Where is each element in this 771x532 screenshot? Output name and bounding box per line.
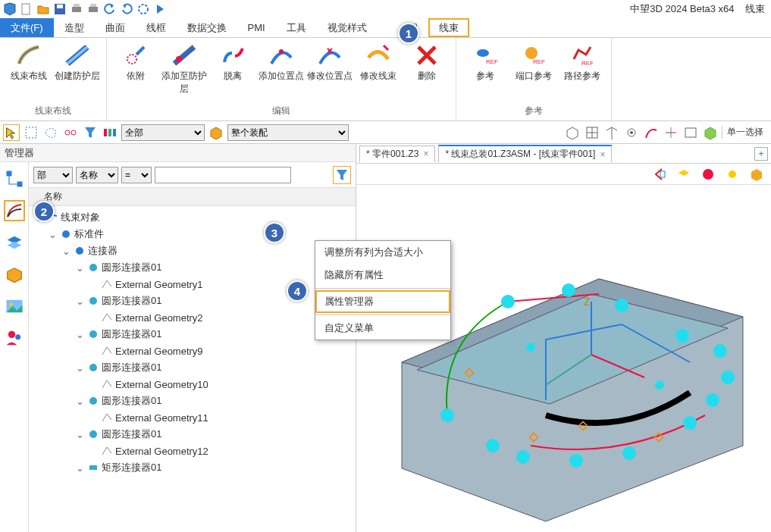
redo-icon[interactable] [120, 2, 133, 16]
menu-surface[interactable]: 曲面 [95, 18, 136, 37]
chain-icon[interactable] [62, 124, 79, 141]
btn-add-point[interactable]: 添加位置点 [257, 42, 306, 83]
curve-icon[interactable] [643, 124, 660, 141]
tree-connector[interactable]: ⌄圆形连接器01 [30, 393, 354, 409]
undo-icon[interactable] [103, 2, 117, 16]
save-icon[interactable] [53, 2, 67, 16]
menu-harness[interactable]: 线束 [428, 18, 469, 37]
tab-users-icon[interactable] [4, 327, 25, 349]
menu-tools[interactable]: 工具 [276, 18, 317, 37]
btn-attach[interactable]: 依附 [111, 42, 160, 83]
doc-tab-part[interactable]: * 零件001.Z3× [359, 146, 435, 162]
menu-wireframe[interactable]: 线框 [136, 18, 177, 37]
tree-connector[interactable]: ⌄圆形连接器01 [30, 426, 354, 443]
filter-e-icon[interactable] [82, 124, 99, 141]
back-icon[interactable] [651, 166, 668, 183]
btn-port-ref[interactable]: REF端口参考 [509, 42, 558, 83]
menu-pmi[interactable]: PMI [237, 18, 276, 37]
viewport-3d[interactable]: Z [356, 185, 771, 532]
origin-icon[interactable] [663, 124, 679, 141]
close-icon[interactable]: × [600, 149, 605, 160]
chevron-down-icon[interactable]: ⌄ [61, 246, 71, 257]
cube2-icon[interactable] [702, 124, 719, 141]
assy-select[interactable]: 整个装配 [227, 124, 349, 141]
open-icon[interactable] [36, 2, 50, 16]
tree-geometry[interactable]: External Geometry9 [30, 343, 354, 359]
new-icon[interactable] [20, 2, 33, 16]
chevron-down-icon[interactable]: ⌄ [74, 296, 85, 307]
menu-file[interactable]: 文件(F) [0, 18, 54, 37]
tree-conn-folder[interactable]: ⌄连接器 [30, 243, 354, 259]
tree-geometry[interactable]: External Geometry12 [30, 443, 354, 459]
btn-delete[interactable]: 删除 [403, 42, 451, 83]
tab-box-icon[interactable] [4, 264, 25, 285]
ctx-property-manager[interactable]: 属性管理器 [315, 290, 450, 313]
select-mode-label[interactable]: 单一选择 [722, 126, 768, 139]
gear-icon[interactable] [623, 124, 640, 141]
filter-scope[interactable]: 部 [33, 167, 73, 183]
chevron-down-icon[interactable]: ⌄ [74, 462, 85, 474]
tree-rect-connector[interactable]: ⌄矩形连接器01 [30, 459, 354, 476]
tree-geometry[interactable]: External Geometry10 [30, 376, 354, 393]
app-icon[interactable] [3, 2, 17, 16]
rect-select-icon[interactable] [23, 124, 39, 141]
tab-tree-icon[interactable] [4, 168, 25, 189]
ctx-custom-menu[interactable]: 自定义菜单 [315, 317, 450, 340]
chevron-down-icon[interactable]: ⌄ [74, 362, 85, 374]
chevron-down-icon[interactable]: ⌄ [74, 262, 85, 274]
tab-image-icon[interactable] [4, 296, 25, 317]
chevron-down-icon[interactable]: ⌄ [74, 329, 85, 340]
chevron-down-icon[interactable]: ⌄ [74, 429, 85, 440]
tree-std[interactable]: ⌄标准件 [30, 226, 354, 243]
menu-modeling[interactable]: 造型 [54, 18, 95, 37]
view-icon[interactable] [564, 124, 581, 141]
svg-rect-45 [660, 171, 665, 177]
close-icon[interactable]: × [423, 149, 428, 159]
tree-geometry[interactable]: External Geometry2 [30, 309, 354, 326]
btn-add-shield[interactable]: 添加至防护层 [160, 42, 208, 95]
tree-connector[interactable]: ⌄圆形连接器01 [30, 326, 354, 343]
filter-apply-icon[interactable] [333, 166, 351, 184]
filter-op[interactable]: = [121, 167, 152, 183]
filter-value[interactable] [155, 167, 291, 183]
btn-ref[interactable]: REF参考 [461, 42, 509, 83]
btn-create-shield[interactable]: 创建防护层 [53, 42, 102, 83]
chevron-down-icon[interactable]: ⌄ [47, 229, 58, 240]
layers-icon[interactable] [675, 166, 692, 183]
print-icon[interactable] [70, 2, 83, 16]
grid-icon[interactable] [584, 124, 600, 141]
cube-icon[interactable] [208, 124, 224, 141]
tree-connector[interactable]: ⌄圆形连接器01 [30, 259, 354, 276]
btn-path-ref[interactable]: REF路径参考 [558, 42, 606, 83]
palette-icon[interactable] [102, 124, 118, 141]
tree-geometry[interactable]: External Geometry11 [30, 409, 354, 426]
cursor-icon[interactable] [3, 124, 20, 141]
tree-root[interactable]: ⌄线束对象 [30, 209, 354, 226]
doc-tab-assy[interactable]: * 线束总装01.Z3ASM - [线束零件001]× [438, 145, 612, 162]
tree-connector[interactable]: ⌄圆形连接器01 [30, 359, 354, 376]
light-icon[interactable] [724, 166, 741, 183]
ctx-hide-props[interactable]: 隐藏所有属性 [315, 264, 450, 286]
new-tab-icon[interactable]: + [754, 147, 768, 161]
btn-detach[interactable]: 脱离 [208, 42, 257, 83]
ctx-resize-cols[interactable]: 调整所有列为合适大小 [315, 241, 450, 264]
window-icon[interactable] [682, 124, 699, 141]
menu-visual[interactable]: 视觉样式 [317, 18, 378, 37]
regen-icon[interactable] [136, 2, 150, 16]
btn-mod-harness[interactable]: 修改线束 [354, 42, 403, 83]
iso-icon[interactable] [603, 124, 620, 141]
chevron-down-icon[interactable]: ⌄ [74, 396, 85, 407]
print2-icon[interactable] [86, 2, 100, 16]
btn-harness-route[interactable]: 线束布线 [5, 42, 53, 83]
filter-field[interactable]: 名称 [76, 167, 118, 183]
scope-select[interactable]: 全部 [121, 124, 205, 141]
tab-layers-icon[interactable] [4, 232, 25, 253]
lasso-icon[interactable] [42, 124, 59, 141]
btn-mod-point[interactable]: 修改位置点 [306, 42, 354, 83]
tab-harness-icon[interactable] [4, 200, 25, 221]
manager-column-header[interactable]: 名称 [29, 188, 356, 206]
material-icon[interactable] [700, 166, 716, 183]
play-icon[interactable] [153, 2, 167, 16]
menu-exchange[interactable]: 数据交换 [177, 18, 237, 37]
box3-icon[interactable] [748, 166, 765, 183]
